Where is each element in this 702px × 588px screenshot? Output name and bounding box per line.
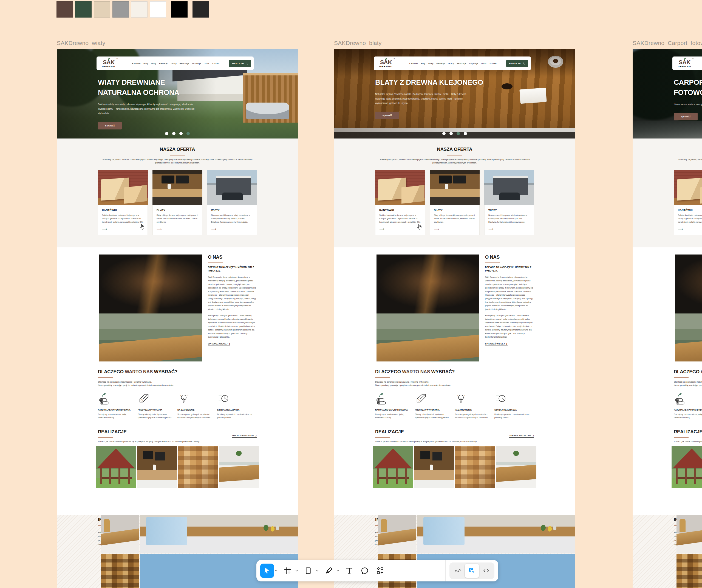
design-frame[interactable]: SAKDrewno_wiaty SAK ® DREWNO Kantówki bbox=[57, 39, 298, 588]
frame-tool-icon[interactable] bbox=[281, 564, 295, 578]
wooden-table-breakfast-photo[interactable] bbox=[677, 515, 702, 554]
palette-swatch-4[interactable] bbox=[131, 1, 147, 18]
hero-cta-button[interactable]: Sprawdź bbox=[98, 122, 122, 129]
feature-naturalne-gatunki: NATURALNE GATUNKI DREWNA Pracujemy z mod… bbox=[98, 392, 133, 419]
wood-blocks-photo[interactable] bbox=[677, 554, 702, 588]
gazebo-photo[interactable] bbox=[96, 446, 136, 488]
kitchen-blue-fridge-photo[interactable] bbox=[140, 515, 298, 554]
carousel-dot[interactable] bbox=[449, 132, 453, 135]
nav-item-realizacje[interactable]: Realizacje bbox=[457, 62, 466, 65]
wood-blocks-photo[interactable] bbox=[178, 446, 218, 488]
frame-label[interactable]: SAKDrewno_Carport_fotow bbox=[632, 39, 702, 49]
comment-tool-icon[interactable] bbox=[358, 564, 372, 578]
sak-drewno-logo[interactable]: SAK ® DREWNO bbox=[102, 59, 115, 68]
chevron-down-icon[interactable] bbox=[336, 569, 340, 573]
inspirations-section: INSPIRACJE Pomysły, aranżacje i nowoczes… bbox=[632, 515, 702, 588]
code-icon[interactable] bbox=[479, 564, 493, 578]
offer-card-kantowki[interactable]: KANTÓWKI Solidne kantówki z drewna klejo… bbox=[674, 170, 702, 235]
chevron-down-icon[interactable] bbox=[274, 569, 278, 573]
sak-drewno-logo[interactable]: SAK ® DREWNO bbox=[678, 59, 691, 68]
pen-tool-icon[interactable] bbox=[322, 564, 336, 578]
nav-item-realizacje[interactable]: Realizacje bbox=[180, 62, 189, 65]
palette-swatch-3[interactable] bbox=[112, 1, 129, 18]
move-tool-icon[interactable] bbox=[260, 564, 274, 578]
hero-cta-button[interactable]: Sprawdź bbox=[674, 113, 698, 120]
chevron-down-icon[interactable] bbox=[315, 569, 319, 573]
nav-item-onas[interactable]: O nas bbox=[204, 62, 209, 65]
carousel-dot[interactable] bbox=[179, 132, 183, 135]
nav-item-kantowki[interactable]: Kantówki bbox=[410, 62, 418, 65]
arrow-right-icon[interactable]: ⟶ bbox=[488, 227, 530, 231]
nav-item-inspiracje[interactable]: Inspiracje bbox=[192, 62, 201, 65]
palette-swatch-6[interactable] bbox=[171, 1, 188, 18]
nav-item-tarasy[interactable]: Tarasy bbox=[170, 62, 177, 65]
wooden-table-breakfast-photo[interactable] bbox=[101, 515, 139, 554]
offer-card-wiaty[interactable]: WIATY Nowoczesne i klasyczne wiaty drewn… bbox=[484, 170, 534, 235]
carousel-dot[interactable] bbox=[457, 132, 460, 135]
design-canvas[interactable]: SAKDrewno_wiaty SAK ® DREWNO Kantówki bbox=[0, 0, 702, 588]
offer-card-wiaty[interactable]: WIATY Nowoczesne i klasyczne wiaty drewn… bbox=[207, 170, 257, 235]
about-more-link[interactable]: SPRAWDŹ WIĘCEJ❯ bbox=[208, 343, 230, 346]
design-frame[interactable]: SAKDrewno_Carport_fotow SAK ® DREWNO Kan… bbox=[632, 39, 702, 588]
see-all-link[interactable]: ZOBACZ WSZYSTKIE❯ bbox=[509, 435, 534, 438]
shape-tool-icon[interactable] bbox=[302, 564, 315, 578]
arrow-right-icon[interactable]: ⟶ bbox=[379, 227, 421, 231]
design-frame[interactable]: SAKDrewno_blaty SAK ® DREWNO Kantówki bbox=[334, 39, 575, 588]
palette-swatch-5[interactable] bbox=[150, 1, 166, 18]
nav-item-kontakt[interactable]: Kontakt bbox=[212, 62, 219, 65]
measure-dev-icon[interactable] bbox=[465, 564, 479, 578]
wood-blocks-photo[interactable] bbox=[101, 554, 139, 588]
nav-item-elewacje[interactable]: Elewacje bbox=[437, 62, 445, 65]
bright-kitchen-photo[interactable] bbox=[219, 446, 259, 488]
gazebo-photo[interactable] bbox=[672, 446, 702, 488]
about-more-link[interactable]: SPRAWDŹ WIĘCEJ❯ bbox=[485, 343, 507, 346]
kitchen-blue-fridge-photo[interactable] bbox=[417, 515, 575, 554]
palette-swatch-1[interactable] bbox=[75, 1, 92, 18]
carousel-dot[interactable] bbox=[172, 132, 176, 135]
carousel-dot[interactable] bbox=[442, 132, 446, 135]
hero-cta-button[interactable]: Sprawdź bbox=[375, 112, 399, 119]
phone-button[interactable]: 696 012 292 bbox=[506, 60, 529, 67]
section-subtitle: Stawiamy na jakość, trwałość i naturalne… bbox=[677, 158, 702, 164]
dark-kitchen-photo[interactable] bbox=[137, 446, 177, 488]
palette-swatch-7[interactable] bbox=[193, 1, 209, 18]
palette-swatch-0[interactable] bbox=[56, 1, 73, 18]
chevron-down-icon[interactable] bbox=[295, 569, 299, 573]
wooden-table-breakfast-photo[interactable] bbox=[378, 515, 416, 554]
dark-kitchen-photo[interactable] bbox=[414, 446, 454, 488]
about-section: O NAS DREWNO TO NASZ JĘZYK. MÓWIMY NIM Z… bbox=[334, 247, 575, 369]
see-all-link[interactable]: ZOBACZ WSZYSTKIE❯ bbox=[232, 435, 257, 438]
sak-drewno-logo[interactable]: SAK ® DREWNO bbox=[379, 59, 393, 68]
pencil-draw-icon[interactable] bbox=[451, 564, 465, 578]
gazebo-photo[interactable] bbox=[373, 446, 413, 488]
nav-item-wiaty[interactable]: Wiaty bbox=[428, 62, 434, 65]
carousel-dot[interactable] bbox=[165, 132, 168, 135]
nav-item-wiaty[interactable]: Wiaty bbox=[151, 62, 156, 65]
chevron-right-icon: ❯ bbox=[533, 435, 535, 437]
actions-icon[interactable] bbox=[373, 564, 387, 578]
arrow-right-icon[interactable]: ⟶ bbox=[678, 227, 702, 231]
arrow-right-icon[interactable]: ⟶ bbox=[102, 227, 144, 231]
arrow-right-icon[interactable]: ⟶ bbox=[211, 227, 253, 231]
nav-item-kontakt[interactable]: Kontakt bbox=[489, 62, 496, 65]
nav-item-kantowki[interactable]: Kantówki bbox=[132, 62, 140, 65]
nav-item-inspiracje[interactable]: Inspiracje bbox=[469, 62, 478, 65]
nav-item-onas[interactable]: O nas bbox=[481, 62, 486, 65]
offer-card-blaty[interactable]: BLATY Blaty z litego drewna klejonego – … bbox=[152, 170, 202, 235]
carousel-dot[interactable] bbox=[464, 132, 467, 135]
offer-card-blaty[interactable]: BLATY Blaty z litego drewna klejonego – … bbox=[430, 170, 480, 235]
bright-kitchen-photo[interactable] bbox=[496, 446, 537, 488]
text-tool-icon[interactable] bbox=[343, 564, 356, 578]
arrow-right-icon[interactable]: ⟶ bbox=[156, 227, 198, 231]
nav-item-elewacje[interactable]: Elewacje bbox=[159, 62, 167, 65]
carousel-dot[interactable] bbox=[187, 132, 190, 135]
frame-label[interactable]: SAKDrewno_wiaty bbox=[57, 39, 298, 49]
arrow-right-icon[interactable]: ⟶ bbox=[434, 227, 475, 231]
nav-item-blaty[interactable]: Blaty bbox=[143, 62, 148, 65]
nav-item-tarasy[interactable]: Tarasy bbox=[448, 62, 454, 65]
wood-blocks-photo[interactable] bbox=[455, 446, 495, 488]
phone-button[interactable]: 696 012 292 bbox=[229, 60, 251, 67]
palette-swatch-2[interactable] bbox=[94, 1, 110, 18]
frame-label[interactable]: SAKDrewno_blaty bbox=[334, 39, 575, 49]
nav-item-blaty[interactable]: Blaty bbox=[421, 62, 425, 65]
